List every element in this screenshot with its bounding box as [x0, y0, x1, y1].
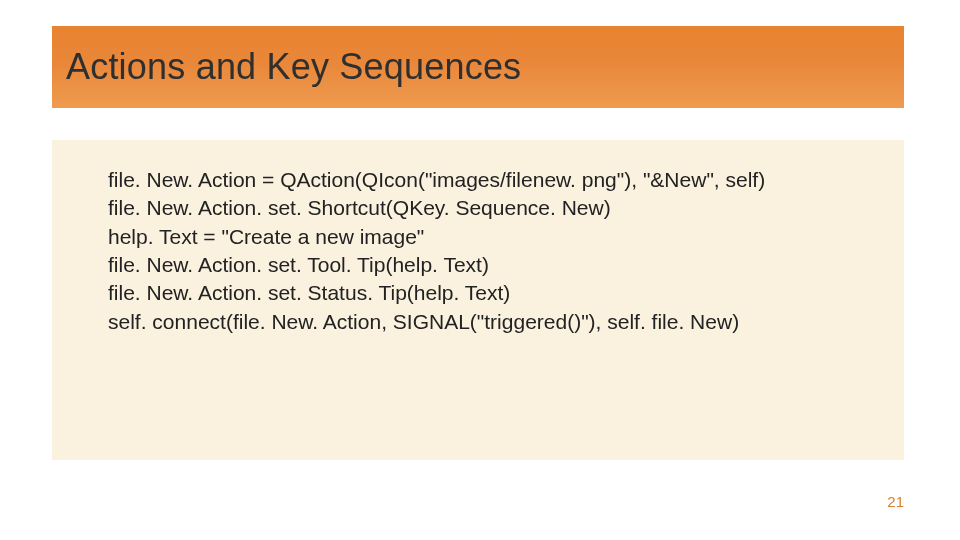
page-number: 21 — [887, 493, 904, 510]
code-line: file. New. Action. set. Tool. Tip(help. … — [108, 251, 886, 279]
code-line: self. connect(file. New. Action, SIGNAL(… — [108, 308, 886, 336]
code-line: help. Text = "Create a new image" — [108, 223, 886, 251]
code-line: file. New. Action. set. Shortcut(QKey. S… — [108, 194, 886, 222]
slide-title: Actions and Key Sequences — [66, 46, 521, 88]
title-bar: Actions and Key Sequences — [52, 26, 904, 108]
code-line: file. New. Action. set. Status. Tip(help… — [108, 279, 886, 307]
code-line: file. New. Action = QAction(QIcon("image… — [108, 166, 886, 194]
code-panel: file. New. Action = QAction(QIcon("image… — [52, 140, 904, 460]
